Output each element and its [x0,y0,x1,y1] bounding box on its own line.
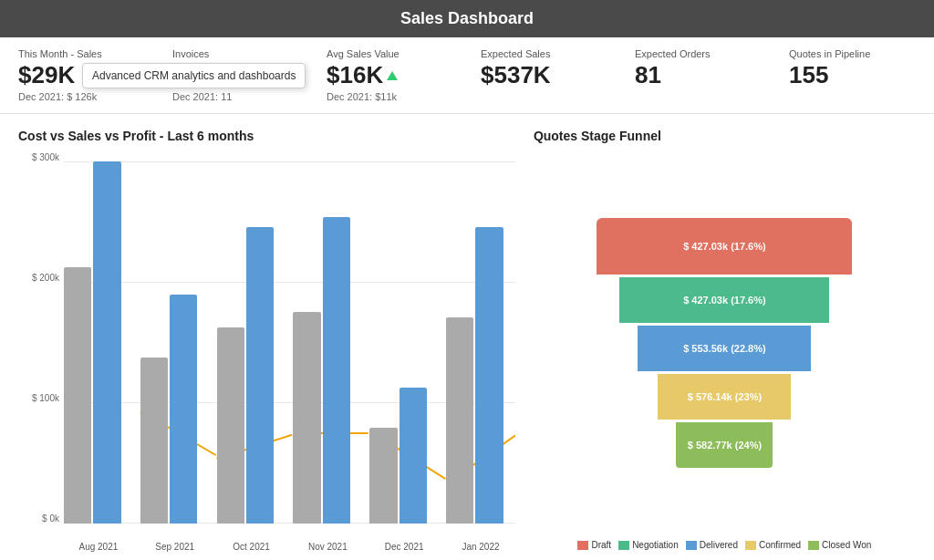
tooltip-text: Advanced CRM analytics and dashboards [92,69,296,82]
funnel-legend-color-box [577,541,588,550]
x-label: Dec 2021 [369,542,439,552]
cogs-bar [140,358,168,524]
kpi-avg-sales-value: $16K [327,61,453,89]
cogs-bar [446,317,473,524]
y-axis: $ 300k $ 200k $ 100k $ 0k [18,152,64,524]
x-label: Aug 2021 [64,542,133,552]
x-label: Sep 2021 [140,542,210,552]
funnel-legend-label: Confirmed [759,540,801,550]
funnel-layer: $ 576.14k (23%) [658,374,791,420]
bar-chart-container: $ 300k $ 200k $ 100k $ 0k Aug 2021Sep 20… [18,152,515,560]
funnel-legend-item: Closed Won [808,540,871,550]
kpi-expected-orders: Expected Orders 81 [635,48,762,102]
kpi-quotes-pipeline: Quotes in Pipeline 155 [789,48,916,102]
funnel-legend-label: Closed Won [822,540,871,550]
cogs-bar [64,267,91,524]
sales-bar [475,227,503,524]
funnel-layer: $ 582.77k (24%) [676,422,773,468]
kpi-expected-sales-value: $537K [481,61,607,89]
sales-bar [246,227,274,524]
funnel-title: Quotes Stage Funnel [534,129,916,143]
funnel-container: $ 427.03k (17.6%)$ 427.03k (17.6%)$ 553.… [534,152,916,533]
tooltip-box: Advanced CRM analytics and dashboards [82,63,306,88]
bar-chart-section: Cost vs Sales vs Profit - Last 6 months … [18,129,515,550]
kpi-quotes-pipeline-label: Quotes in Pipeline [789,48,916,59]
sales-bar [323,217,350,524]
up-arrow-icon [387,71,398,80]
funnel-legend-color-box [686,541,697,550]
funnel-section: Quotes Stage Funnel $ 427.03k (17.6%)$ 4… [534,129,916,550]
bar-group [446,227,515,524]
bar-group [140,295,210,524]
kpi-invoices-sub: Dec 2021: 11 [172,91,299,102]
kpi-invoices-label: Invoices [172,48,299,59]
x-labels: Aug 2021Sep 2021Oct 2021Nov 2021Dec 2021… [18,542,515,552]
kpi-quotes-pipeline-value: 155 [789,61,916,89]
main-content: Cost vs Sales vs Profit - Last 6 months … [0,114,934,560]
funnel-layer: $ 427.03k (17.6%) [597,218,852,275]
kpi-sales-sub: Dec 2021: $ 126k [18,91,145,102]
kpi-expected-orders-label: Expected Orders [635,48,762,59]
funnel-legend-item: Draft [577,540,611,550]
funnel-legend-label: Negotiation [632,540,679,550]
page-header: Sales Dashboard [0,0,934,37]
kpi-sales-label: This Month - Sales [18,48,145,59]
funnel-legend-label: Delivered [700,540,738,550]
funnel-legend-item: Negotiation [618,540,679,550]
page-title: Sales Dashboard [400,9,534,27]
funnel-legend-item: Confirmed [745,540,801,550]
sales-bar [170,295,197,524]
y-label-100: $ 100k [32,393,59,403]
kpi-avg-sales-label: Avg Sales Value [327,48,453,59]
kpi-expected-sales: Expected Sales $537K [481,48,607,102]
y-label-0: $ 0k [42,513,59,524]
bar-chart-title: Cost vs Sales vs Profit - Last 6 months [18,129,515,143]
cogs-bar [369,428,397,524]
kpi-avg-sales: Avg Sales Value $16K Dec 2021: $11k [327,48,453,102]
kpi-expected-orders-value: 81 [635,61,762,89]
y-label-200: $ 200k [32,273,59,283]
funnel-layer: $ 553.56k (22.8%) [638,326,811,371]
cogs-bar [293,312,320,524]
sales-bar [93,161,120,524]
y-label-300: $ 300k [32,152,59,162]
funnel-legend-item: Delivered [686,540,738,550]
bar-group [217,227,286,524]
bar-chart: $ 300k $ 200k $ 100k $ 0k [18,152,515,542]
cogs-bar [217,327,244,524]
kpi-expected-sales-label: Expected Sales [481,48,607,59]
bar-group [369,388,439,524]
kpi-avg-sales-sub: Dec 2021: $11k [327,91,453,102]
x-label: Nov 2021 [293,542,362,552]
funnel-legend-color-box [808,541,819,550]
x-label: Oct 2021 [217,542,286,552]
sales-bar [400,388,427,524]
funnel-legend-color-box [618,541,629,550]
funnel-legend-label: Draft [591,540,611,550]
funnel-legend: DraftNegotiationDeliveredConfirmedClosed… [534,540,916,550]
kpi-bar: This Month - Sales $29K Dec 2021: $ 126k… [0,37,934,114]
bar-group [64,161,133,524]
funnel-layer: $ 427.03k (17.6%) [619,277,829,323]
x-label: Jan 2022 [446,542,515,552]
bar-group [293,217,362,524]
funnel-legend-color-box [745,541,756,550]
